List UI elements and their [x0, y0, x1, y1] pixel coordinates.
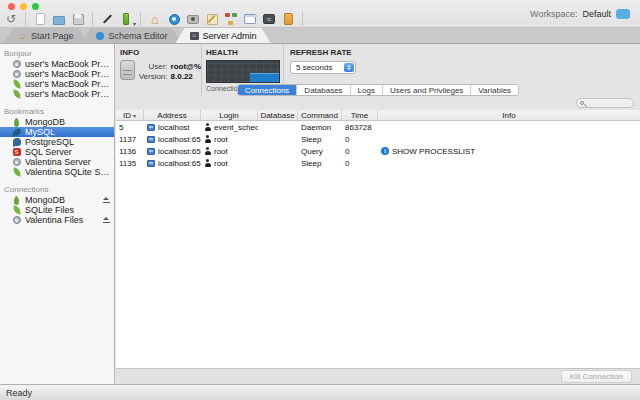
sqlite-icon	[12, 206, 21, 215]
sidebar-item-valentina-files[interactable]: Valentina Files	[0, 215, 114, 225]
column-header-time[interactable]: Time	[342, 110, 378, 120]
toolbar-separator	[25, 12, 26, 26]
sidebar-section-connections: Connections	[0, 182, 114, 195]
sql-editor-icon[interactable]	[186, 12, 200, 26]
main-toolbar: ↺ ▾ ⌂ ≈	[4, 11, 305, 27]
sidebar-item-connections-mongodb[interactable]: MongoDB	[0, 195, 114, 205]
server-admin-icon[interactable]: ≈	[262, 12, 276, 26]
open-folder-icon[interactable]	[52, 12, 66, 26]
sidebar-section-bonjour: Bonjour	[0, 46, 114, 59]
kill-connection-button[interactable]: Kill Connection	[561, 370, 632, 383]
sidebar: Bonjour user's MacBook Pro Valentina (S.…	[0, 44, 115, 384]
version-label: Version:	[139, 72, 168, 81]
tab-start-page[interactable]: ⌂ Start Page	[4, 28, 88, 43]
valentina-icon	[12, 158, 21, 167]
info-icon: i	[381, 147, 389, 155]
search-input[interactable]	[576, 98, 634, 108]
new-document-icon[interactable]	[33, 12, 47, 26]
refresh-rate-select[interactable]: 5 seconds	[290, 61, 356, 74]
eject-icon[interactable]	[103, 217, 110, 224]
valentina-icon	[12, 216, 21, 225]
sidebar-section-bookmarks: Bookmarks	[0, 104, 114, 117]
sqlserver-icon: S	[12, 148, 21, 157]
workspace-label: Workspace:	[530, 9, 577, 19]
host-icon	[147, 124, 155, 131]
toolbar-separator	[92, 12, 93, 26]
user-icon	[204, 159, 211, 167]
status-text: Ready	[6, 388, 32, 398]
user-icon	[204, 123, 211, 131]
table-row[interactable]: 5 localhost event_scheduler Daemon 86372…	[116, 121, 640, 133]
column-header-info[interactable]: Info	[378, 110, 640, 120]
zoom-window-button[interactable]	[32, 3, 39, 10]
body-area: Bonjour user's MacBook Pro Valentina (S.…	[0, 44, 640, 384]
server-admin-panel: INFO User: root@% Version: 8.0.22 HEALTH	[116, 44, 640, 384]
tab-server-admin[interactable]: ≈ Server Admin	[176, 28, 271, 43]
valentina-icon	[12, 60, 21, 69]
column-header-database[interactable]: Database	[258, 110, 298, 120]
sidebar-item-bonjour-valentina-ssl[interactable]: user's MacBook Pro Valentina (S...	[0, 59, 114, 69]
sidebar-item-postgresql[interactable]: PostgreSQL	[0, 137, 114, 147]
sidebar-item-sql-server[interactable]: S SQL Server	[0, 147, 114, 157]
table-row[interactable]: 1136 localhost:65246 root Query 0 iSHOW …	[116, 145, 640, 157]
sidebar-item-bonjour-valentina[interactable]: user's MacBook Pro Valentina	[0, 69, 114, 79]
tab-users-and-privileges[interactable]: Users and Privileges	[383, 85, 471, 95]
column-header-login[interactable]: Login	[201, 110, 258, 120]
health-title: HEALTH	[206, 48, 283, 57]
sidebar-item-sqlite-files[interactable]: SQLite Files	[0, 205, 114, 215]
titlebar: ↺ ▾ ⌂ ≈ Workspace: Default	[0, 0, 640, 28]
feedback-chat-icon[interactable]	[616, 9, 630, 19]
connections-table: ID▾ Address Login Database Command Time …	[116, 110, 640, 368]
table-row[interactable]: 1137 localhost:65247 root Sleep 0	[116, 133, 640, 145]
table-header: ID▾ Address Login Database Command Time …	[116, 110, 640, 121]
host-icon	[147, 148, 155, 155]
diagram-editor-icon[interactable]	[224, 12, 238, 26]
column-tool-icon[interactable]: ▾	[119, 12, 133, 26]
tab-connections[interactable]: Connections	[238, 85, 297, 95]
minimize-window-button[interactable]	[20, 3, 27, 10]
tab-label: Start Page	[31, 31, 74, 41]
connection-usage-chart	[206, 60, 280, 83]
host-icon	[147, 136, 155, 143]
connect-pen-icon[interactable]	[100, 12, 114, 26]
sidebar-item-mongodb[interactable]: MongoDB	[0, 117, 114, 127]
forms-editor-icon[interactable]	[243, 12, 257, 26]
tab-label: Schema Editor	[109, 31, 168, 41]
sidebar-item-bonjour-sqlite[interactable]: user's MacBook Pro SQLite	[0, 89, 114, 99]
info-title: INFO	[120, 48, 201, 57]
sidebar-item-bonjour-sqlite-ssl[interactable]: user's MacBook Pro SQLite (SSL)	[0, 79, 114, 89]
document-tabstrip: ⌂ Start Page Schema Editor ≈ Server Admi…	[0, 28, 640, 44]
column-header-command[interactable]: Command	[298, 110, 342, 120]
app-window: ↺ ▾ ⌂ ≈ Workspace: Default ⌂	[0, 0, 640, 400]
mongodb-icon	[12, 196, 21, 205]
tab-databases[interactable]: Databases	[297, 85, 350, 95]
tab-logs[interactable]: Logs	[351, 85, 383, 95]
workspace-value: Default	[582, 9, 611, 19]
table-row[interactable]: 1135 localhost:65245 root Sleep 0	[116, 157, 640, 169]
refresh-rate-value: 5 seconds	[296, 63, 332, 72]
valentina-icon	[12, 70, 21, 79]
sidebar-item-mysql[interactable]: MySQL	[0, 127, 114, 137]
close-window-button[interactable]	[8, 3, 15, 10]
user-label: User:	[139, 62, 168, 71]
eject-icon[interactable]	[103, 197, 110, 204]
server-admin-icon: ≈	[190, 31, 199, 40]
column-header-address[interactable]: Address	[144, 110, 201, 120]
undo-icon[interactable]: ↺	[4, 12, 18, 26]
report-editor-icon[interactable]	[205, 12, 219, 26]
column-header-id[interactable]: ID▾	[116, 110, 144, 120]
toolbar-separator	[140, 12, 141, 26]
schema-editor-icon	[96, 31, 105, 40]
sidebar-item-valentina-server[interactable]: Valentina Server	[0, 157, 114, 167]
save-icon[interactable]	[71, 12, 85, 26]
tab-schema-editor[interactable]: Schema Editor	[82, 28, 182, 43]
sqlite-icon	[12, 90, 21, 99]
schema-editor-icon[interactable]	[167, 12, 181, 26]
home-icon[interactable]: ⌂	[148, 12, 162, 26]
books-icon[interactable]	[281, 12, 295, 26]
sidebar-item-valentina-sqlite-server[interactable]: Valentina SQLite Server	[0, 167, 114, 177]
workspace-indicator: Workspace: Default	[530, 9, 630, 19]
tab-variables[interactable]: Variables	[471, 85, 518, 95]
refresh-rate-title: REFRESH RATE	[290, 48, 356, 57]
home-icon: ⌂	[18, 31, 27, 40]
